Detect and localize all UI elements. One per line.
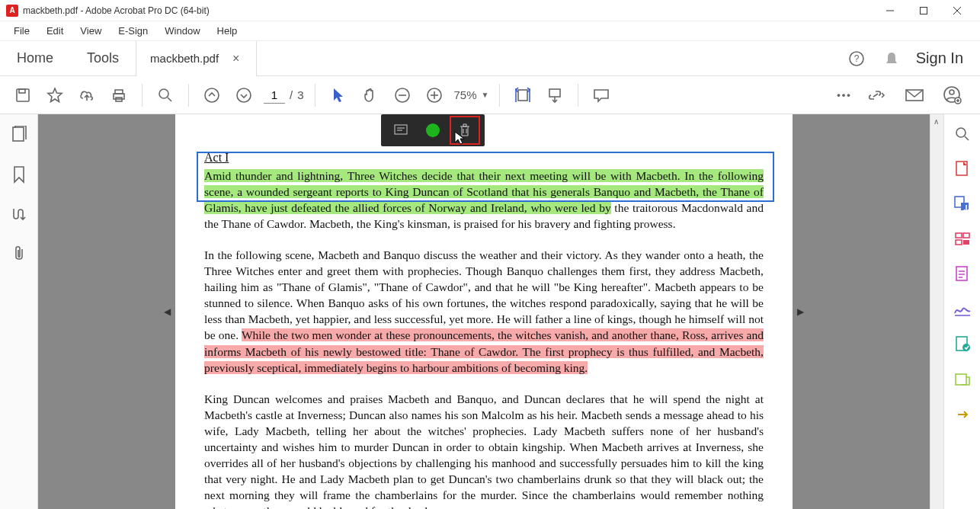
- organize-pages-icon[interactable]: [953, 230, 972, 248]
- svg-rect-36: [956, 240, 962, 245]
- page-down-icon[interactable]: [232, 83, 256, 107]
- zoom-in-icon[interactable]: [422, 83, 447, 107]
- act-heading: Act I: [204, 149, 764, 166]
- menu-esign[interactable]: E-Sign: [110, 23, 155, 39]
- document-page[interactable]: Act I Amid thunder and lightning, Three …: [175, 114, 793, 509]
- page-input[interactable]: [264, 87, 285, 104]
- svg-point-24: [950, 90, 954, 94]
- svg-line-31: [965, 136, 969, 140]
- sign-tool-icon[interactable]: [953, 300, 972, 319]
- svg-line-12: [168, 98, 171, 101]
- menu-view[interactable]: View: [72, 23, 109, 39]
- navigate-icon[interactable]: [9, 204, 29, 224]
- svg-rect-35: [963, 233, 969, 238]
- svg-rect-29: [395, 125, 407, 134]
- zoom-caret-icon: ▼: [482, 91, 489, 99]
- arrow-tool-icon[interactable]: [326, 83, 351, 107]
- save-icon[interactable]: [11, 83, 35, 107]
- add-note-button[interactable]: [386, 116, 416, 145]
- bell-icon[interactable]: [881, 48, 902, 69]
- paragraph-2: In the following scene, Macbeth and Banq…: [204, 247, 764, 376]
- svg-rect-34: [956, 233, 962, 238]
- right-gutter: ▶: [793, 114, 930, 509]
- protect-icon[interactable]: [953, 335, 972, 354]
- link-icon[interactable]: [864, 83, 889, 107]
- page-up-icon[interactable]: [200, 83, 224, 107]
- vertical-scrollbar[interactable]: ∧: [930, 114, 943, 509]
- document-tab-label: mackbeth.pdf: [150, 52, 219, 65]
- menu-file[interactable]: File: [6, 23, 37, 39]
- svg-rect-1: [921, 7, 927, 14]
- left-panel: [0, 114, 38, 509]
- delete-annotation-button[interactable]: [450, 116, 480, 145]
- toolbar: / 3 75% ▼ •••: [0, 76, 980, 114]
- expand-icon[interactable]: [953, 405, 972, 424]
- comment-icon[interactable]: [589, 83, 613, 107]
- svg-rect-42: [956, 374, 966, 385]
- gutter-collapse-left-icon[interactable]: ◀: [164, 306, 171, 317]
- svg-rect-9: [115, 90, 123, 94]
- menu-window[interactable]: Window: [157, 23, 207, 39]
- color-button[interactable]: [418, 116, 448, 145]
- nav-home[interactable]: Home: [0, 43, 70, 74]
- svg-rect-32: [956, 162, 967, 175]
- svg-point-41: [962, 344, 970, 351]
- svg-rect-37: [963, 240, 969, 245]
- export-pdf-icon[interactable]: [953, 195, 972, 213]
- print-icon[interactable]: [107, 83, 131, 107]
- green-color-icon: [426, 123, 440, 137]
- zoom-level[interactable]: 75% ▼: [454, 88, 489, 101]
- help-icon[interactable]: ?: [846, 48, 867, 69]
- svg-rect-7: [19, 89, 25, 93]
- scroll-up-icon[interactable]: ∧: [934, 117, 939, 126]
- title-bar: A mackbeth.pdf - Adobe Acrobat Pro DC (6…: [0, 0, 980, 21]
- thumbnails-icon[interactable]: [9, 125, 29, 145]
- find-icon[interactable]: [153, 83, 178, 107]
- hand-tool-icon[interactable]: [358, 83, 383, 107]
- fit-width-icon[interactable]: [511, 83, 535, 107]
- window-title: mackbeth.pdf - Adobe Acrobat Pro DC (64-…: [23, 5, 210, 16]
- edit-pdf-icon[interactable]: [953, 265, 972, 283]
- menu-edit[interactable]: Edit: [39, 23, 71, 39]
- bookmark-icon[interactable]: [9, 165, 29, 184]
- more-icon[interactable]: •••: [832, 83, 857, 107]
- nav-tools[interactable]: Tools: [70, 43, 136, 74]
- star-icon[interactable]: [43, 83, 67, 107]
- document-tab[interactable]: mackbeth.pdf ×: [136, 41, 257, 76]
- gutter-collapse-right-icon[interactable]: ▶: [797, 306, 804, 317]
- annotation-toolbar: [381, 114, 485, 146]
- svg-point-13: [205, 88, 219, 102]
- svg-point-11: [159, 89, 168, 98]
- cloud-upload-icon[interactable]: [75, 83, 99, 107]
- svg-rect-38: [956, 267, 967, 280]
- profile-icon[interactable]: [940, 83, 965, 107]
- create-pdf-icon[interactable]: [953, 160, 972, 178]
- paragraph-3: King Duncan welcomes and praises Macbeth…: [204, 391, 764, 509]
- sign-in-button[interactable]: Sign In: [916, 50, 963, 67]
- more-tools-icon[interactable]: [953, 370, 972, 389]
- acrobat-icon: A: [6, 5, 18, 17]
- attachment-icon[interactable]: [9, 244, 29, 264]
- page-total: 3: [297, 88, 303, 101]
- email-icon[interactable]: [902, 83, 927, 107]
- zoom-value: 75%: [454, 88, 477, 101]
- page-indicator: / 3: [264, 87, 304, 104]
- svg-point-30: [956, 128, 966, 137]
- svg-rect-20: [518, 90, 527, 101]
- maximize-button[interactable]: [907, 0, 940, 21]
- svg-point-14: [237, 88, 251, 102]
- menu-bar: File Edit View E-Sign Window Help: [0, 21, 980, 41]
- svg-rect-28: [13, 127, 24, 141]
- svg-text:?: ?: [853, 53, 859, 64]
- highlight-pink[interactable]: While the two men wonder at these pronou…: [204, 328, 764, 373]
- close-tab-button[interactable]: ×: [229, 52, 242, 66]
- right-panel: [943, 114, 980, 509]
- fit-page-icon[interactable]: [543, 83, 567, 107]
- zoom-out-icon[interactable]: [390, 83, 415, 107]
- main-area: ◀ Act I Amid thunder and lightning, Thre…: [0, 114, 980, 509]
- minimize-button[interactable]: [873, 0, 907, 21]
- close-button[interactable]: [940, 0, 974, 21]
- search-tool-icon[interactable]: [953, 125, 972, 143]
- menu-help[interactable]: Help: [210, 23, 245, 39]
- secondary-bar: Home Tools mackbeth.pdf × ? Sign In: [0, 41, 980, 76]
